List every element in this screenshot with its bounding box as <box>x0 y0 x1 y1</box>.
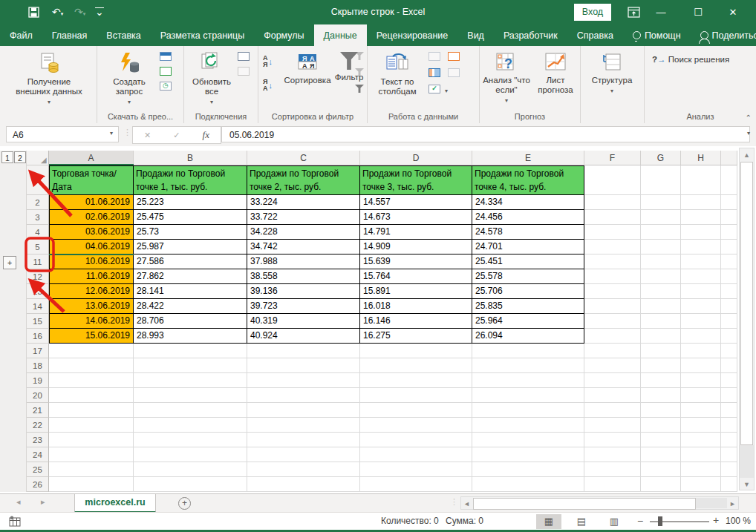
sign-in-button[interactable]: Вход <box>574 4 611 21</box>
tab-Разметка страницы[interactable]: Разметка страницы <box>151 24 254 46</box>
cell-value[interactable]: 34.228 <box>247 225 360 240</box>
cell-date[interactable]: 11.06.2019 <box>49 269 134 284</box>
cell-empty[interactable] <box>641 240 681 254</box>
cell-empty[interactable] <box>134 373 247 388</box>
cell-value[interactable]: 38.558 <box>247 269 360 284</box>
name-box[interactable]: А6 <box>6 126 119 142</box>
tab-Вид[interactable]: Вид <box>457 24 494 46</box>
relationships-icon[interactable] <box>448 68 460 78</box>
row-header-21[interactable]: 21 <box>27 403 49 418</box>
cell-empty[interactable] <box>641 225 681 240</box>
cell-empty[interactable] <box>641 433 681 447</box>
cell-empty[interactable] <box>681 195 721 210</box>
cell-empty[interactable] <box>681 225 721 240</box>
tab-Помощн[interactable]: Помощн <box>623 24 691 46</box>
new-query-button[interactable]: Создать запрос▾ <box>103 52 155 107</box>
cell-empty[interactable] <box>641 388 681 403</box>
cell-empty[interactable] <box>721 433 737 447</box>
cell-empty[interactable] <box>49 418 134 433</box>
expand-formula-bar-icon[interactable]: ▾ <box>747 130 750 137</box>
cell-empty[interactable] <box>681 418 721 433</box>
cell-empty[interactable] <box>721 462 737 477</box>
cell-value[interactable]: 28.422 <box>134 299 247 314</box>
formula-bar-splitter[interactable]: ⋮ <box>123 128 131 137</box>
cell-empty[interactable] <box>49 462 134 477</box>
confirm-entry-icon[interactable]: ✓ <box>173 131 180 140</box>
flash-fill-icon[interactable] <box>428 52 440 62</box>
cell-empty[interactable] <box>584 165 641 195</box>
row-header-18[interactable]: 18 <box>27 358 49 373</box>
tab-Файл[interactable]: Файл <box>0 24 42 46</box>
cell-value[interactable]: 24.456 <box>472 210 584 225</box>
tab-Поделиться[interactable]: Поделиться <box>691 24 756 46</box>
cell-empty[interactable] <box>721 329 737 344</box>
cell-empty[interactable] <box>584 477 641 492</box>
column-header-A[interactable]: A <box>49 151 134 165</box>
cell-empty[interactable] <box>584 240 641 254</box>
row-header-14[interactable]: 14 <box>27 299 49 314</box>
text-to-columns-button[interactable]: Текст по столбцам <box>372 52 423 96</box>
column-header-H[interactable]: H <box>681 151 721 165</box>
cell-empty[interactable] <box>721 447 737 462</box>
reapply-filter-icon[interactable] <box>355 68 367 78</box>
cell-value[interactable]: 39.723 <box>247 299 360 314</box>
horizontal-scrollbar[interactable]: ◄ ► <box>460 496 739 510</box>
cell-empty[interactable] <box>584 269 641 284</box>
tab-Главная[interactable]: Главная <box>42 24 97 46</box>
data-validation-icon[interactable]: ✓ <box>428 85 440 94</box>
cell-date[interactable]: 02.06.2019 <box>49 210 134 225</box>
row-header-4[interactable]: 4 <box>27 225 49 240</box>
edit-links-icon[interactable] <box>238 67 250 76</box>
sheet-tab-active[interactable]: microexcel.ru <box>74 494 156 513</box>
prev-sheet-icon[interactable]: ◂ <box>16 497 21 507</box>
cell-date[interactable]: 01.06.2019 <box>49 195 134 210</box>
column-header-E[interactable]: E <box>472 151 584 165</box>
properties-icon[interactable] <box>238 52 250 62</box>
cell-value[interactable]: 33.224 <box>247 195 360 210</box>
cell-value[interactable]: 25.475 <box>134 210 247 225</box>
cell-empty[interactable] <box>360 358 472 373</box>
vertical-scrollbar-thumb[interactable] <box>740 162 753 445</box>
zoom-out-button[interactable]: − <box>637 515 643 527</box>
get-external-data-button[interactable]: Получение внешних данных▾ <box>13 52 85 107</box>
close-button[interactable]: ✕ <box>722 0 744 24</box>
row-header-23[interactable]: 23 <box>27 433 49 447</box>
cell-empty[interactable] <box>721 165 737 195</box>
cell-empty[interactable] <box>134 388 247 403</box>
cell-empty[interactable] <box>247 344 360 358</box>
cell-empty[interactable] <box>681 269 721 284</box>
sort-button[interactable]: ЯА АЯ Сортировка <box>281 52 334 85</box>
scroll-left-icon[interactable]: ◄ <box>463 500 470 508</box>
cell-empty[interactable] <box>721 269 737 284</box>
solver-button[interactable]: ?→ Поиск решения <box>652 55 729 64</box>
cell-empty[interactable] <box>49 344 134 358</box>
cell-date[interactable]: 12.06.2019 <box>49 284 134 299</box>
cell-value[interactable]: 27.586 <box>134 254 247 269</box>
row-header-17[interactable]: 17 <box>27 344 49 358</box>
cell-empty[interactable] <box>721 225 737 240</box>
consolidate-icon[interactable] <box>448 52 460 62</box>
cell-value[interactable]: 34.742 <box>247 240 360 254</box>
cell-value[interactable]: 27.862 <box>134 269 247 284</box>
cell-empty[interactable] <box>584 254 641 269</box>
cell-date[interactable]: 03.06.2019 <box>49 225 134 240</box>
sort-az-icon[interactable]: АЯ↓ <box>263 55 273 68</box>
cell-value[interactable]: 14.557 <box>360 195 472 210</box>
cell-value[interactable]: 15.891 <box>360 284 472 299</box>
cell-empty[interactable] <box>49 373 134 388</box>
cell-empty[interactable] <box>134 462 247 477</box>
column-header-B[interactable]: B <box>134 151 247 165</box>
cell-value[interactable]: 28.993 <box>134 329 247 344</box>
cell-value[interactable]: 15.764 <box>360 269 472 284</box>
cell-empty[interactable] <box>584 418 641 433</box>
cell-empty[interactable] <box>641 314 681 329</box>
cell-empty[interactable] <box>681 433 721 447</box>
cell-empty[interactable] <box>584 344 641 358</box>
select-all-corner[interactable]: ◢ <box>41 156 47 164</box>
cell-empty[interactable] <box>360 344 472 358</box>
cell-empty[interactable] <box>681 358 721 373</box>
cell-empty[interactable] <box>247 403 360 418</box>
cell-empty[interactable] <box>681 314 721 329</box>
cell-empty[interactable] <box>721 299 737 314</box>
cell-value[interactable]: 25.451 <box>472 254 584 269</box>
